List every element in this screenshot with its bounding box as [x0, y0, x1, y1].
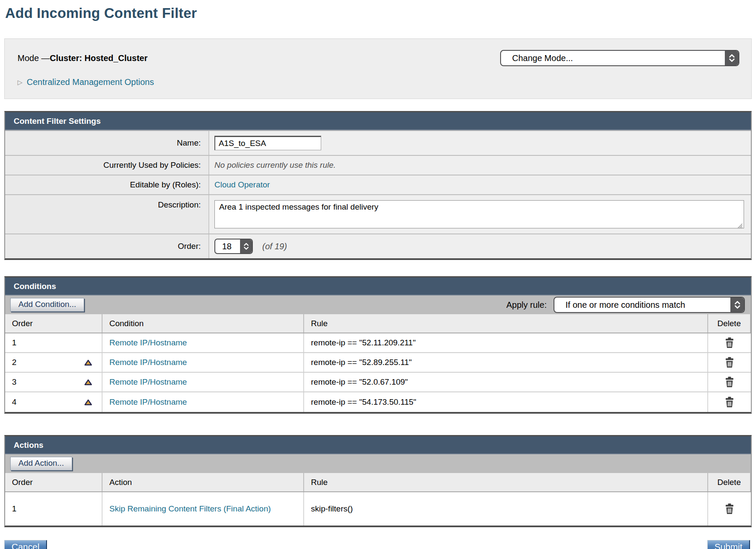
trash-icon	[724, 377, 735, 388]
delete-condition-button[interactable]	[724, 397, 735, 408]
conditions-panel: Conditions Add Condition... Apply rule: …	[4, 276, 752, 414]
order-total-note: (of 19)	[262, 242, 287, 251]
footer: Cancel Submit	[4, 540, 752, 549]
description-textarea[interactable]: Area 1 inspected messages for final deli…	[214, 200, 744, 228]
name-input[interactable]	[214, 136, 321, 150]
condition-order: 1	[12, 338, 17, 348]
move-up-button[interactable]	[84, 399, 92, 406]
action-link[interactable]: Skip Remaining Content Filters (Final Ac…	[109, 504, 271, 514]
description-label: Description:	[5, 195, 209, 234]
condition-link[interactable]: Remote IP/Hostname	[109, 377, 187, 387]
condition-link[interactable]: Remote IP/Hostname	[109, 397, 187, 407]
conditions-toolbar: Add Condition... Apply rule: If one or m…	[5, 295, 751, 314]
order-select[interactable]: 18	[214, 239, 253, 254]
change-mode-select[interactable]: Change Mode...	[500, 50, 739, 66]
condition-rule: remote-ip == "52.0.67.109"	[311, 377, 408, 387]
delete-condition-button[interactable]	[724, 377, 735, 388]
page: Add Incoming Content Filter Mode —Cluste…	[0, 0, 756, 549]
move-up-button[interactable]	[84, 379, 92, 385]
change-mode-selected-value: Change Mode...	[501, 53, 579, 63]
rule-column-header: Rule	[304, 473, 708, 491]
order-column-header: Order	[5, 314, 103, 333]
delete-action-button[interactable]	[724, 503, 735, 514]
select-stepper-icon	[730, 298, 744, 312]
order-row: Order: 18 (of 19)	[5, 234, 751, 258]
actions-panel: Actions Add Action... Order Action Rule …	[4, 435, 752, 527]
condition-row: 4 Remote IP/Hostname remote-ip == "54.17…	[5, 392, 751, 412]
mode-text: Mode —Cluster: Hosted_Cluster	[18, 50, 148, 63]
condition-row: 2 Remote IP/Hostname remote-ip == "52.89…	[5, 353, 751, 373]
apply-rule-select[interactable]: If one or more conditions match	[554, 297, 745, 313]
move-up-button[interactable]	[84, 359, 92, 366]
select-stepper-icon	[240, 239, 252, 253]
order-column-header: Order	[5, 473, 103, 491]
add-condition-button[interactable]: Add Condition...	[10, 298, 84, 312]
trash-icon	[724, 397, 735, 408]
disclosure-triangle-icon: ▷	[18, 79, 23, 86]
condition-row: 1 Remote IP/Hostname remote-ip == "52.11…	[5, 333, 751, 353]
up-triangle-icon	[84, 359, 92, 366]
description-row: Description: Area 1 inspected messages f…	[5, 194, 751, 234]
condition-rule: remote-ip == "52.89.255.11"	[311, 358, 412, 367]
actions-column-headers: Order Action Rule Delete	[5, 473, 751, 492]
cancel-button[interactable]: Cancel	[4, 540, 47, 549]
actions-header: Actions	[5, 436, 751, 454]
actions-toolbar: Add Action...	[5, 454, 751, 473]
rule-column-header: Rule	[304, 314, 708, 333]
condition-order: 2	[12, 358, 17, 367]
condition-rule: remote-ip == "54.173.50.115"	[311, 397, 416, 407]
trash-icon	[724, 503, 735, 514]
currently-used-value: No policies currently use this rule.	[214, 161, 336, 170]
select-stepper-icon	[725, 51, 738, 65]
condition-order: 3	[12, 377, 17, 387]
condition-rule: remote-ip == "52.11.209.211"	[311, 338, 416, 348]
mode-panel: Mode —Cluster: Hosted_Cluster Change Mod…	[4, 38, 752, 99]
content-filter-settings-header: Content Filter Settings	[5, 112, 751, 130]
trash-icon	[724, 357, 735, 368]
conditions-column-headers: Order Condition Rule Delete	[5, 314, 751, 333]
condition-column-header: Condition	[103, 314, 304, 333]
name-label: Name:	[5, 131, 209, 155]
mode-value: Cluster: Hosted_Cluster	[50, 53, 148, 63]
add-action-button[interactable]: Add Action...	[10, 457, 72, 470]
order-label: Order:	[5, 234, 209, 258]
delete-column-header: Delete	[708, 314, 751, 333]
page-title: Add Incoming Content Filter	[5, 5, 752, 21]
delete-column-header: Delete	[708, 473, 751, 491]
delete-condition-button[interactable]	[724, 357, 735, 368]
centralized-management-options-link[interactable]: Centralized Management Options	[27, 77, 154, 87]
content-filter-settings-panel: Content Filter Settings Name: Currently …	[4, 111, 752, 260]
cloud-operator-link[interactable]: Cloud Operator	[214, 180, 270, 190]
apply-rule-selected-value: If one or more conditions match	[554, 300, 691, 310]
condition-link[interactable]: Remote IP/Hostname	[109, 338, 187, 348]
condition-row: 3 Remote IP/Hostname remote-ip == "52.0.…	[5, 373, 751, 392]
submit-button[interactable]: Submit	[707, 540, 750, 549]
condition-link[interactable]: Remote IP/Hostname	[109, 358, 187, 367]
delete-condition-button[interactable]	[724, 337, 735, 348]
conditions-header: Conditions	[5, 277, 751, 295]
condition-order: 4	[12, 397, 17, 407]
order-selected-value: 18	[215, 242, 236, 251]
editable-by-label: Editable by (Roles):	[5, 175, 209, 194]
mode-label: Mode —	[18, 53, 50, 63]
trash-icon	[724, 337, 735, 348]
name-row: Name:	[5, 130, 751, 155]
up-triangle-icon	[84, 399, 92, 406]
editable-by-row: Editable by (Roles): Cloud Operator	[5, 175, 751, 194]
up-triangle-icon	[84, 379, 92, 385]
currently-used-row: Currently Used by Policies: No policies …	[5, 155, 751, 175]
action-column-header: Action	[103, 473, 304, 491]
apply-rule-label: Apply rule:	[507, 300, 547, 310]
resize-grip-icon[interactable]	[736, 222, 743, 228]
currently-used-label: Currently Used by Policies:	[5, 156, 209, 175]
action-row: 1 Skip Remaining Content Filters (Final …	[5, 492, 751, 526]
action-order: 1	[12, 504, 17, 514]
action-rule: skip-filters()	[311, 504, 353, 514]
